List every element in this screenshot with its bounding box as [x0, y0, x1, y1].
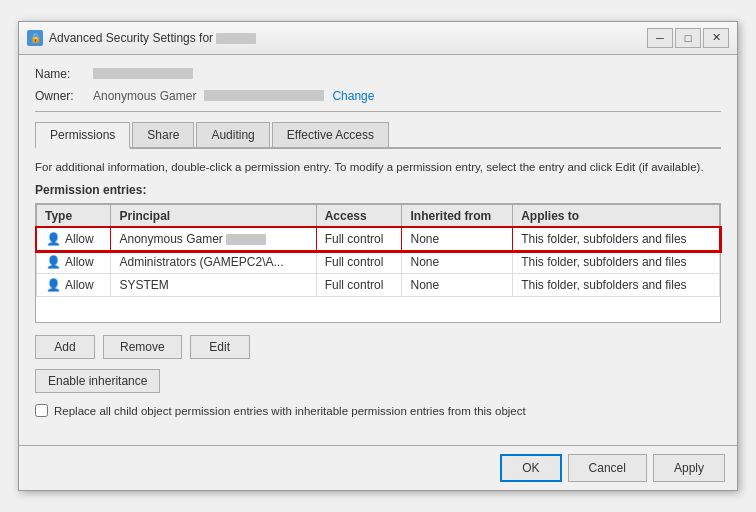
user-icon-3: 👤 [45, 277, 61, 293]
row3-type: 👤Allow [37, 274, 111, 297]
replace-permissions-row: Replace all child object permission entr… [35, 403, 721, 419]
owner-value: Anonymous Gamer [93, 89, 196, 103]
change-link[interactable]: Change [332, 89, 374, 103]
user-icon-1: 👤 [45, 231, 61, 247]
name-row: Name: [35, 67, 721, 81]
title-blurred [216, 33, 256, 44]
row3-inherited: None [402, 274, 513, 297]
col-applies-to: Applies to [513, 205, 720, 228]
tab-share[interactable]: Share [132, 122, 194, 147]
main-content: Name: Owner: Anonymous Gamer Change Perm… [19, 55, 737, 445]
row3-applies: This folder, subfolders and files [513, 274, 720, 297]
window-icon: 🔒 [27, 30, 43, 46]
remove-button[interactable]: Remove [103, 335, 182, 359]
minimize-button[interactable]: ─ [647, 28, 673, 48]
name-value-blurred [93, 68, 193, 79]
permission-table-container: Type Principal Access Inherited from App… [35, 203, 721, 323]
row3-principal: SYSTEM [111, 274, 316, 297]
cancel-button[interactable]: Cancel [568, 454, 647, 482]
titlebar: 🔒 Advanced Security Settings for ─ □ ✕ [19, 22, 737, 55]
row1-principal-blurred [226, 234, 266, 245]
col-inherited-from: Inherited from [402, 205, 513, 228]
owner-label: Owner: [35, 89, 85, 103]
window-title: Advanced Security Settings for [49, 31, 256, 45]
table-row[interactable]: 👤Allow Administrators (GAMEPC2\A... Full… [37, 251, 720, 274]
permission-table: Type Principal Access Inherited from App… [36, 204, 720, 297]
tab-auditing[interactable]: Auditing [196, 122, 269, 147]
add-button[interactable]: Add [35, 335, 95, 359]
row1-principal: Anonymous Gamer [111, 228, 316, 251]
owner-email-blurred [204, 90, 324, 101]
tabs-container: Permissions Share Auditing Effective Acc… [35, 122, 721, 149]
row2-applies: This folder, subfolders and files [513, 251, 720, 274]
advanced-security-window: 🔒 Advanced Security Settings for ─ □ ✕ N… [18, 21, 738, 491]
tab-effective-access[interactable]: Effective Access [272, 122, 389, 147]
enable-inheritance-button[interactable]: Enable inheritance [35, 369, 160, 393]
table-row[interactable]: 👤Allow SYSTEM Full control None This fol… [37, 274, 720, 297]
owner-row: Owner: Anonymous Gamer Change [35, 89, 721, 103]
row3-access: Full control [316, 274, 402, 297]
col-type: Type [37, 205, 111, 228]
col-access: Access [316, 205, 402, 228]
maximize-button[interactable]: □ [675, 28, 701, 48]
titlebar-controls: ─ □ ✕ [647, 28, 729, 48]
row2-access: Full control [316, 251, 402, 274]
apply-button[interactable]: Apply [653, 454, 725, 482]
row2-type: 👤Allow [37, 251, 111, 274]
edit-button[interactable]: Edit [190, 335, 250, 359]
ok-button[interactable]: OK [500, 454, 561, 482]
tab-permissions[interactable]: Permissions [35, 122, 130, 149]
name-label: Name: [35, 67, 85, 81]
user-icon-2: 👤 [45, 254, 61, 270]
row2-inherited: None [402, 251, 513, 274]
table-row[interactable]: 👤Allow Anonymous Gamer Full control None… [37, 228, 720, 251]
row2-principal: Administrators (GAMEPC2\A... [111, 251, 316, 274]
info-text: For additional information, double-click… [35, 159, 721, 175]
titlebar-left: 🔒 Advanced Security Settings for [27, 30, 256, 46]
row1-inherited: None [402, 228, 513, 251]
permission-entries-label: Permission entries: [35, 183, 721, 197]
row1-access: Full control [316, 228, 402, 251]
replace-permissions-checkbox[interactable] [35, 404, 48, 417]
action-buttons: Add Remove Edit [35, 335, 721, 359]
replace-permissions-label: Replace all child object permission entr… [54, 403, 526, 419]
dialog-footer: OK Cancel Apply [19, 445, 737, 490]
row1-applies: This folder, subfolders and files [513, 228, 720, 251]
row1-type: 👤Allow [37, 228, 111, 251]
col-principal: Principal [111, 205, 316, 228]
close-button[interactable]: ✕ [703, 28, 729, 48]
divider-1 [35, 111, 721, 112]
table-header-row: Type Principal Access Inherited from App… [37, 205, 720, 228]
